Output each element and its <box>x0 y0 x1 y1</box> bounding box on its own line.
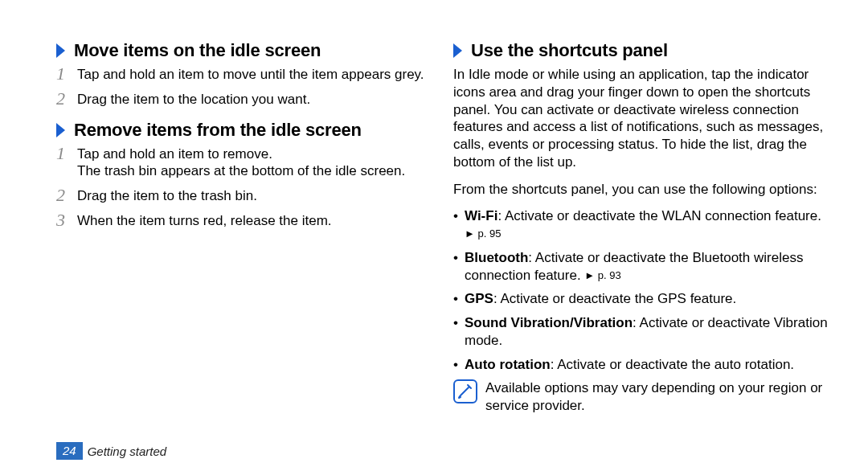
heading-text: Move items on the idle screen <box>74 40 321 61</box>
bullet-icon: • <box>453 207 465 225</box>
option-desc: : Activate or deactivate the GPS feature… <box>493 291 736 306</box>
two-column-layout: Move items on the idle screen 1 Tap and … <box>56 40 828 415</box>
section-heading-remove-items: Remove items from the idle screen <box>56 120 431 141</box>
option-name: Bluetooth <box>465 250 528 265</box>
bullet-icon: • <box>453 290 465 308</box>
chevron-right-icon <box>56 43 68 58</box>
step-number: 2 <box>56 90 77 108</box>
steps-list-remove: 1 Tap and hold an item to remove. The tr… <box>56 145 431 230</box>
list-text: Sound Vibration/Vibration: Activate or d… <box>465 314 828 350</box>
option-name: Wi-Fi <box>465 208 497 223</box>
intro-paragraph: In Idle mode or while using an applicati… <box>453 66 828 171</box>
chevron-right-icon <box>453 43 465 58</box>
heading-text: Remove items from the idle screen <box>74 120 362 141</box>
svg-marker-1 <box>56 123 65 137</box>
step-number: 1 <box>56 145 77 162</box>
option-name: Auto rotation <box>465 357 551 372</box>
list-item: • GPS: Activate or deactivate the GPS fe… <box>453 290 828 308</box>
page-number-badge: 24 <box>56 442 83 460</box>
list-text: Bluetooth: Activate or deactivate the Bl… <box>465 249 828 285</box>
step-number: 3 <box>56 211 77 229</box>
step-item: 1 Tap and hold an item to move until the… <box>56 66 431 83</box>
note-text: Available options may vary depending on … <box>485 379 828 415</box>
chapter-name: Getting started <box>88 444 166 458</box>
list-item: • Bluetooth: Activate or deactivate the … <box>453 249 828 285</box>
bullet-icon: • <box>453 356 465 374</box>
option-name: GPS <box>465 291 493 306</box>
list-item: • Sound Vibration/Vibration: Activate or… <box>453 314 828 350</box>
step-number: 2 <box>56 186 77 204</box>
right-column: Use the shortcuts panel In Idle mode or … <box>453 40 828 415</box>
list-item: • Auto rotation: Activate or deactivate … <box>453 356 828 374</box>
lead-paragraph: From the shortcuts panel, you can use th… <box>453 181 828 199</box>
page-ref: ► p. 93 <box>584 269 620 283</box>
steps-list-move: 1 Tap and hold an item to move until the… <box>56 66 431 109</box>
step-text: Tap and hold an item to remove. The tras… <box>77 145 405 180</box>
option-desc: : Activate or deactivate the auto rotati… <box>551 357 794 372</box>
list-text: Auto rotation: Activate or deactivate th… <box>465 356 794 374</box>
manual-page: Move items on the idle screen 1 Tap and … <box>0 0 868 471</box>
list-item: • Wi-Fi: Activate or deactivate the WLAN… <box>453 207 828 243</box>
step-item: 3 When the item turns red, release the i… <box>56 212 431 229</box>
step-item: 2 Drag the item to the trash bin. <box>56 187 431 204</box>
page-ref: ► p. 95 <box>465 227 501 241</box>
option-name: Sound Vibration/Vibration <box>465 315 633 330</box>
step-item: 2 Drag the item to the location you want… <box>56 91 431 108</box>
left-column: Move items on the idle screen 1 Tap and … <box>56 40 431 415</box>
step-text: Tap and hold an item to move until the i… <box>77 66 424 83</box>
step-text: Drag the item to the location you want. <box>77 91 310 108</box>
bullet-icon: • <box>453 249 465 267</box>
svg-marker-2 <box>453 43 462 58</box>
options-bullet-list: • Wi-Fi: Activate or deactivate the WLAN… <box>453 207 828 373</box>
step-line1: Tap and hold an item to remove. <box>77 146 272 162</box>
step-text: Drag the item to the trash bin. <box>77 187 257 204</box>
step-item: 1 Tap and hold an item to remove. The tr… <box>56 145 431 180</box>
step-text: When the item turns red, release the ite… <box>77 212 332 229</box>
section-heading-shortcuts: Use the shortcuts panel <box>453 40 828 61</box>
page-footer: 24 Getting started <box>56 442 166 460</box>
svg-marker-0 <box>56 43 65 58</box>
option-desc: : Activate or deactivate the WLAN connec… <box>497 208 821 223</box>
section-heading-move-items: Move items on the idle screen <box>56 40 431 61</box>
note-icon <box>453 379 477 403</box>
bullet-icon: • <box>453 314 465 332</box>
note-block: Available options may vary depending on … <box>453 379 828 415</box>
chevron-right-icon <box>56 123 68 137</box>
step-number: 1 <box>56 65 77 83</box>
heading-text: Use the shortcuts panel <box>471 40 668 61</box>
list-text: Wi-Fi: Activate or deactivate the WLAN c… <box>465 207 828 243</box>
list-text: GPS: Activate or deactivate the GPS feat… <box>465 290 736 308</box>
step-line2: The trash bin appears at the bottom of t… <box>77 163 405 178</box>
